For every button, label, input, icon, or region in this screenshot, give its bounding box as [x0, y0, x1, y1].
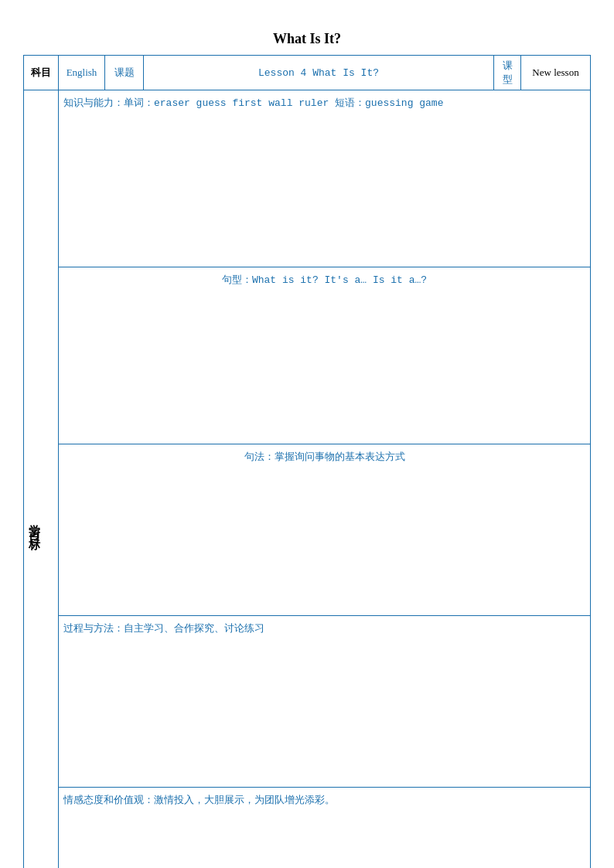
- keti-content: Lesson 4 What Is It?: [144, 56, 494, 90]
- newlesson-label: New lesson: [521, 56, 591, 90]
- keti-label: 课题: [105, 56, 144, 90]
- english-label: English: [59, 56, 105, 90]
- keji-label: 科目: [24, 56, 59, 90]
- kelei-label: 课型: [494, 56, 521, 90]
- emotion-objective: 情感态度和价值观：激情投入，大胆展示，为团队增光添彩。: [59, 787, 591, 868]
- xuxi-label: 学习目标: [24, 90, 45, 868]
- sentence-objective: 句型：What is it? It's a… Is it a…?: [59, 267, 591, 444]
- knowledge-objective: 知识与能力：单词：eraser guess first wall ruler 短…: [59, 90, 591, 267]
- page-title: What Is It?: [23, 31, 591, 47]
- grammar-objective: 句法：掌握询问事物的基本表达方式: [59, 444, 591, 615]
- process-objective: 过程与方法：自主学习、合作探究、讨论练习: [59, 615, 591, 787]
